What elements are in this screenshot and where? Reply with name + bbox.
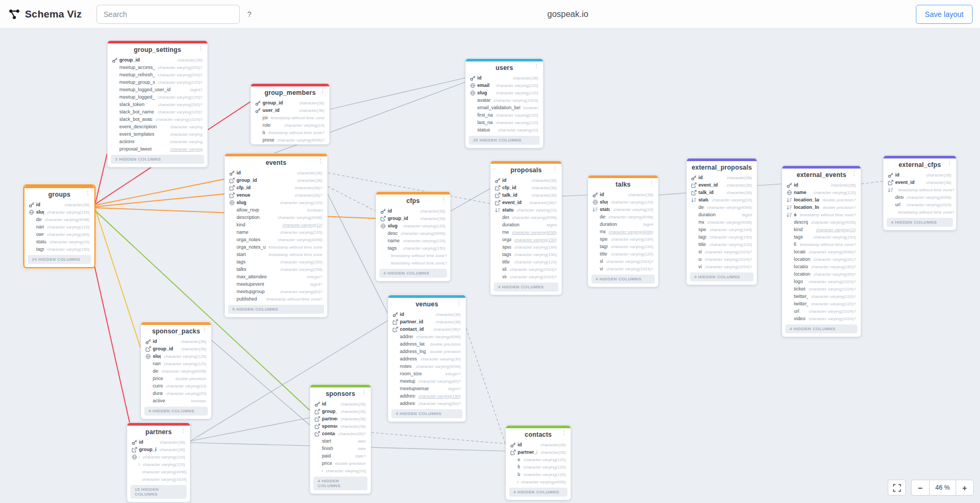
table-row[interactable]: id character(36) xyxy=(506,441,571,448)
table-menu-icon[interactable]: ⋮ xyxy=(851,170,857,177)
table-row[interactable]: meetup_access_token character varying(20… xyxy=(108,64,207,71)
table-row[interactable]: twitter_account character varying(120)? xyxy=(782,293,861,300)
table-card-venues[interactable]: venues ⋮ id character(36) partner_id cha… xyxy=(388,295,466,422)
table-card-external_cfps[interactable]: external_cfps ⋮ id character(36) event_i… xyxy=(883,155,957,231)
table-row[interactable]: venue character(36)? xyxy=(225,191,327,199)
table-row[interactable]: location character varying(4096)? xyxy=(782,248,861,255)
table-card-cfps[interactable]: cfps ⋮ id character(36) group_id charact… xyxy=(375,191,451,281)
table-menu-icon[interactable]: ⋮ xyxy=(561,430,567,437)
table-row[interactable]: name character varying(120) xyxy=(782,189,861,196)
table-row[interactable]: group_id character(36) xyxy=(251,99,329,107)
table-row[interactable]: tags character varying(150) xyxy=(24,245,94,253)
relationship-line[interactable] xyxy=(466,328,505,444)
table-row[interactable]: speakers character varying(184) xyxy=(687,226,757,233)
table-row[interactable]: video character varying(1024)? xyxy=(588,265,658,272)
table-card-proposals[interactable]: proposals ⋮ id character(36) cfp_id char… xyxy=(490,161,562,295)
table-row[interactable]: logo character varying(1024) xyxy=(127,475,190,483)
table-row[interactable]: status character varying(10) xyxy=(588,206,658,213)
table-row[interactable]: status character varying(10) xyxy=(24,238,94,245)
table-row[interactable]: slack_bot_avatar character varying(1024)… xyxy=(108,116,207,123)
table-row[interactable]: published timestamp without time zone? xyxy=(225,295,327,303)
hidden-columns-badge[interactable]: 4 HIDDEN COLUMNS xyxy=(144,407,208,416)
table-row[interactable]: location_locality character varying(50)? xyxy=(782,270,861,278)
table-row[interactable]: url character varying(1024) xyxy=(883,201,956,208)
table-row[interactable]: contact_id character(36)? xyxy=(388,325,466,333)
table-row[interactable]: meetupvenue bigint? xyxy=(388,385,466,392)
table-row[interactable]: group_id character(36) xyxy=(376,215,450,222)
table-row[interactable]: slug character varying(120) xyxy=(376,222,450,230)
table-row[interactable]: currency character varying(10) xyxy=(310,467,371,474)
table-row[interactable]: slides character varying(1024)? xyxy=(491,266,562,273)
table-menu-icon[interactable]: ⋮ xyxy=(85,190,91,197)
relationship-line[interactable] xyxy=(212,340,310,425)
table-row[interactable]: speakers character varying(184) xyxy=(491,243,562,251)
table-row[interactable]: event_id character(36) xyxy=(883,179,956,186)
table-row[interactable]: start timestamp without time zone xyxy=(225,251,327,258)
table-row[interactable]: slug character varying(120) xyxy=(466,89,543,96)
table-row[interactable]: email character varying(120) xyxy=(466,82,543,89)
table-card-sponsor_packs[interactable]: sponsor_packs ⋮ id character(36) group_i… xyxy=(141,322,212,419)
table-row[interactable]: first_name character varying(120) xyxy=(466,111,543,119)
table-row[interactable]: group_id character(36) xyxy=(310,408,371,415)
table-row[interactable]: id character(36) xyxy=(687,174,757,181)
table-row[interactable]: id character(36) xyxy=(782,181,861,189)
help-button[interactable]: ? xyxy=(247,10,251,19)
hidden-columns-badge[interactable]: 4 HIDDEN COLUMNS xyxy=(690,272,754,281)
table-row[interactable]: tags character varying(150) xyxy=(782,233,861,241)
table-row[interactable]: close timestamp without time zone? xyxy=(376,259,450,267)
table-row[interactable]: paid date? xyxy=(310,452,371,460)
table-header[interactable]: users ⋮ xyxy=(466,61,543,73)
table-menu-icon[interactable]: ⋮ xyxy=(747,163,753,170)
table-row[interactable]: last_name character varying(120) xyxy=(466,119,543,126)
table-row[interactable]: group_id character(36) xyxy=(127,446,190,453)
table-row[interactable]: description character varying(4096) xyxy=(141,367,211,375)
table-header[interactable]: partners ⋮ xyxy=(127,426,190,437)
table-row[interactable]: slug character varying(120) xyxy=(225,199,327,206)
table-row[interactable]: price double precision xyxy=(310,460,371,467)
table-row[interactable]: partner_id character(36) xyxy=(310,415,371,422)
table-menu-icon[interactable]: ⋮ xyxy=(441,196,447,203)
table-row[interactable]: partner_id character(36) xyxy=(506,448,571,456)
zoom-out-button[interactable]: − xyxy=(911,480,929,496)
table-row[interactable]: cfp_id character(36)? xyxy=(225,184,327,191)
table-row[interactable]: slug character varying(120) xyxy=(24,208,94,216)
table-card-partners[interactable]: partners ⋮ id character(36) group_id cha… xyxy=(127,422,190,502)
table-header[interactable]: group_settings ⋮ xyxy=(108,43,207,55)
table-row[interactable]: start timestamp without time zone? xyxy=(782,211,861,218)
table-menu-icon[interactable]: ⋮ xyxy=(947,160,952,167)
table-row[interactable]: orga_notes character varying(4096) xyxy=(225,236,327,243)
table-row[interactable]: talks character varying(258) xyxy=(225,266,327,273)
table-row[interactable]: tags character varying(150) xyxy=(687,233,757,241)
table-row[interactable]: avatar character varying(1024) xyxy=(466,96,543,104)
table-row[interactable]: name character varying(120) xyxy=(225,228,327,236)
table-row[interactable]: slack_token character varying(200)? xyxy=(108,101,207,108)
table-card-sponsors[interactable]: sponsors ⋮ id character(36) group_id cha… xyxy=(310,384,371,494)
table-menu-icon[interactable]: ⋮ xyxy=(361,389,367,396)
table-row[interactable]: message character varying(4096) xyxy=(687,218,757,226)
hidden-columns-badge[interactable]: 4 HIDDEN COLUMNS xyxy=(494,283,558,292)
table-row[interactable]: role character varying(10) xyxy=(251,121,329,129)
table-row[interactable]: meetupevent bigint? xyxy=(225,280,327,288)
table-row[interactable]: first_name character varying(120) xyxy=(506,463,571,471)
table-row[interactable]: begin timestamp without time zone? xyxy=(376,252,450,259)
table-row[interactable]: url character varying(1024)? xyxy=(687,255,757,263)
table-row[interactable]: proposal_tweet character varying xyxy=(108,145,207,153)
table-header[interactable]: cfps ⋮ xyxy=(376,195,450,206)
table-row[interactable]: meetupgroup character varying(80)? xyxy=(388,377,466,385)
table-row[interactable]: group_id character(36) xyxy=(225,177,327,184)
table-menu-icon[interactable]: ⋮ xyxy=(318,158,323,165)
table-card-users[interactable]: users ⋮ id character(36) email character… xyxy=(465,58,544,148)
table-header[interactable]: sponsors ⋮ xyxy=(310,387,371,399)
table-row[interactable]: title character varying(120) xyxy=(588,250,658,258)
table-card-external_events[interactable]: external_events ⋮ id character(36) name … xyxy=(782,165,861,337)
table-header[interactable]: proposals ⋮ xyxy=(491,164,562,175)
table-row[interactable]: id character(36) xyxy=(310,400,371,408)
table-row[interactable]: owners character varying(369) xyxy=(24,231,94,238)
diagram-canvas[interactable]: group_settings ⋮ group_id character(36) … xyxy=(0,29,980,503)
table-row[interactable]: room_size integer? xyxy=(388,370,466,377)
hidden-columns-badge[interactable]: 4 HIDDEN COLUMNS xyxy=(591,275,655,284)
relationship-line[interactable] xyxy=(328,187,375,211)
table-card-talks[interactable]: talks ⋮ id character(36) slug character … xyxy=(588,175,659,287)
table-card-contacts[interactable]: contacts ⋮ id character(36) partner_id c… xyxy=(505,425,571,500)
table-row[interactable]: tags character varying(150) xyxy=(491,251,562,258)
